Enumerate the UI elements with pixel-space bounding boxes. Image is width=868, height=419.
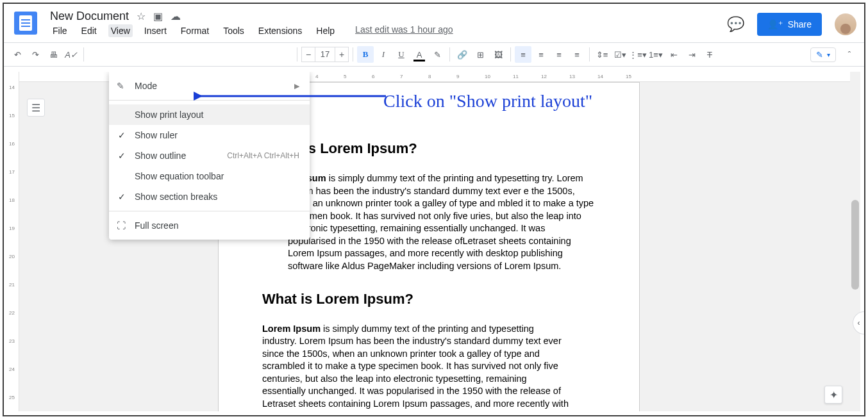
insert-image-button[interactable]: 🖼 xyxy=(490,46,506,63)
share-label: Share xyxy=(788,19,812,29)
undo-button[interactable]: ↶ xyxy=(9,46,26,63)
fullscreen-icon: ⛶ xyxy=(117,220,126,231)
redo-button[interactable]: ↷ xyxy=(27,46,44,63)
menu-help[interactable]: Help xyxy=(313,24,337,37)
title-bar: New Document ☆ ▣ ☁ FileEditViewInsertFor… xyxy=(4,4,864,42)
insert-comment-button[interactable]: ⊞ xyxy=(472,46,488,63)
star-icon[interactable]: ☆ xyxy=(137,10,146,22)
document-title[interactable]: New Document xyxy=(50,10,129,23)
collapse-toolbar-button[interactable]: ˆ xyxy=(841,46,858,63)
menu-item-label: Show ruler xyxy=(135,130,178,140)
view-menu-item-0[interactable]: ✎Mode▶ xyxy=(109,76,310,96)
menu-bar: FileEditViewInsertFormatToolsExtensionsH… xyxy=(50,24,453,37)
heading-1: at is Lorem Ipsum? xyxy=(288,140,596,157)
pencil-icon: ✎ xyxy=(117,81,124,91)
underline-button[interactable]: U xyxy=(393,46,410,63)
menu-item-label: Show outline xyxy=(135,151,186,161)
align-justify-button[interactable]: ≡ xyxy=(569,46,585,63)
text-color-button[interactable]: A xyxy=(411,46,428,63)
menu-extensions[interactable]: Extensions xyxy=(256,24,305,37)
canvas-area: 123456789101112131415 ☰ ✎Mode▶Show print… xyxy=(19,72,860,411)
account-avatar[interactable] xyxy=(835,13,856,35)
menu-view[interactable]: View xyxy=(108,24,133,37)
check-icon: ✓ xyxy=(118,192,126,202)
view-menu-item-2[interactable]: Show print layout xyxy=(109,104,310,125)
bulleted-list-button[interactable]: ⋮≡▾ xyxy=(630,46,646,63)
explore-button[interactable]: ✦ xyxy=(824,386,842,404)
menu-item-label: Mode xyxy=(135,81,157,91)
font-size-increase[interactable]: + xyxy=(335,47,349,62)
clear-formatting-button[interactable]: T xyxy=(701,46,718,63)
editing-mode-button[interactable]: ✎▾ xyxy=(810,47,836,62)
numbered-list-button[interactable]: 1≡▾ xyxy=(647,46,664,63)
spellcheck-button[interactable]: A✓ xyxy=(63,46,79,63)
view-menu-item-5[interactable]: Show equation toolbar xyxy=(109,166,310,186)
view-menu-item-6[interactable]: ✓Show section breaks xyxy=(109,186,310,207)
font-size-control: − 17 + xyxy=(301,47,349,62)
checklist-button[interactable]: ☑▾ xyxy=(612,46,628,63)
menu-item-label: Show section breaks xyxy=(135,192,217,202)
vertical-scrollbar[interactable] xyxy=(850,72,860,411)
font-size-value[interactable]: 17 xyxy=(315,47,335,62)
comments-icon[interactable]: 💬 xyxy=(727,16,744,33)
view-menu-dropdown: ✎Mode▶Show print layout✓Show ruler✓Show … xyxy=(109,72,310,240)
check-icon: ✓ xyxy=(118,130,126,140)
menu-item-label: Show equation toolbar xyxy=(135,171,224,181)
menu-item-label: Show print layout xyxy=(135,110,203,120)
menu-tools[interactable]: Tools xyxy=(221,24,247,37)
toolbar: ↶ ↷ 🖶 A✓ − 17 + B I U A ✎ 🔗 ⊞ 🖼 ≡ ≡ ≡ ≡ … xyxy=(4,42,864,67)
submenu-arrow-icon: ▶ xyxy=(294,82,299,90)
highlight-button[interactable]: ✎ xyxy=(429,46,446,63)
line-spacing-button[interactable]: ⇕≡ xyxy=(594,46,610,63)
vertical-ruler: 141516171819202122232425 xyxy=(8,72,19,411)
check-icon: ✓ xyxy=(118,151,126,161)
align-right-button[interactable]: ≡ xyxy=(551,46,567,63)
bold-button[interactable]: B xyxy=(357,46,374,63)
view-menu-item-3[interactable]: ✓Show ruler xyxy=(109,125,310,145)
font-size-decrease[interactable]: − xyxy=(301,47,315,62)
workspace: 141516171819202122232425 123456789101112… xyxy=(8,72,860,411)
last-edit-link[interactable]: Last edit was 1 hour ago xyxy=(355,24,453,37)
view-menu-item-4[interactable]: ✓Show outlineCtrl+Alt+A Ctrl+Alt+H xyxy=(109,145,310,166)
menu-file[interactable]: File xyxy=(50,24,70,37)
decrease-indent-button[interactable]: ⇤ xyxy=(665,46,682,63)
menu-item-label: Full screen xyxy=(135,220,178,231)
menu-format[interactable]: Format xyxy=(178,24,212,37)
share-button[interactable]: 👤⁺ Share xyxy=(757,13,822,36)
print-button[interactable]: 🖶 xyxy=(45,46,62,63)
paragraph-2: Lorem Ipsum is simply dummy text of the … xyxy=(262,323,570,412)
increase-indent-button[interactable]: ⇥ xyxy=(683,46,700,63)
view-menu-item-8[interactable]: ⛶Full screen xyxy=(109,215,310,236)
outline-toggle-button[interactable]: ☰ xyxy=(27,99,45,117)
insert-link-button[interactable]: 🔗 xyxy=(454,46,471,63)
menu-edit[interactable]: Edit xyxy=(79,24,99,37)
heading-2: What is Lorem Ipsum? xyxy=(262,291,596,308)
menu-insert[interactable]: Insert xyxy=(142,24,169,37)
docs-logo[interactable] xyxy=(14,12,37,35)
align-left-button[interactable]: ≡ xyxy=(515,46,531,63)
cloud-status-icon[interactable]: ☁ xyxy=(171,10,181,22)
shortcut-label: Ctrl+Alt+A Ctrl+Alt+H xyxy=(227,151,299,160)
align-center-button[interactable]: ≡ xyxy=(533,46,549,63)
italic-button[interactable]: I xyxy=(375,46,392,63)
person-add-icon: 👤⁺ xyxy=(767,19,783,29)
paragraph-1: m Ipsum is simply dummy text of the prin… xyxy=(288,172,596,273)
pencil-icon: ✎ xyxy=(816,50,823,60)
move-icon[interactable]: ▣ xyxy=(153,10,163,22)
